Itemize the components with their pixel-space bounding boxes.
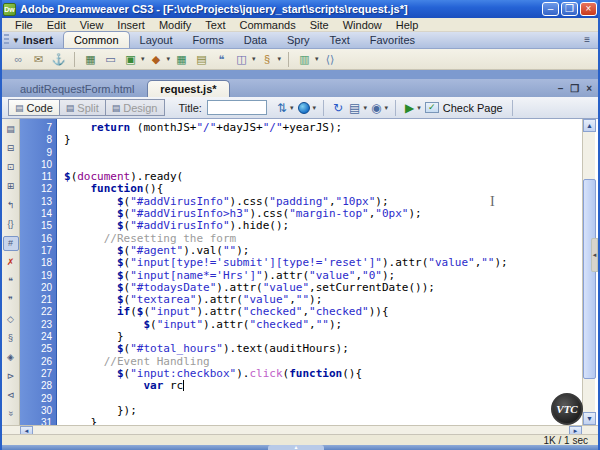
open-documents-icon[interactable]: ▤ [3, 122, 19, 137]
table-icon[interactable]: ▦ [82, 51, 99, 68]
code-token: "value" [243, 293, 289, 306]
menu-site[interactable]: Site [303, 19, 336, 31]
panel-menu-icon[interactable]: ≡ [584, 34, 590, 45]
images-dropdown-icon[interactable]: ▾ [141, 55, 145, 63]
highlight-invalid-code-icon[interactable]: ✗ [3, 255, 19, 270]
insert-div-tag-icon[interactable]: ▭ [102, 51, 119, 68]
document-tab-request-js-[interactable]: request.js* [147, 80, 229, 97]
code-line[interactable]: 7 return (monthJS+"/"+dayJS+"/"+yearJS); [20, 122, 582, 134]
file-management-icon[interactable]: ⇅ [275, 99, 289, 116]
comment-icon[interactable]: ❝ [213, 51, 230, 68]
restore-button[interactable]: ❐ [561, 2, 578, 16]
menu-window[interactable]: Window [336, 19, 389, 31]
check-page-button[interactable]: ✓ Check Page [421, 99, 507, 116]
script-icon[interactable]: § [259, 51, 276, 68]
apply-comment-icon[interactable]: ❝ [3, 274, 19, 289]
insert-tab-data[interactable]: Data [234, 32, 277, 48]
view-options-dropdown-icon[interactable]: ▾ [363, 104, 367, 112]
visual-aids-dropdown-icon[interactable]: ▾ [384, 104, 388, 112]
media-icon[interactable]: ◆ [148, 51, 165, 68]
preview-in-browser-dropdown-icon[interactable]: ▾ [313, 104, 317, 112]
outdent-code-icon[interactable]: ⊲ [3, 387, 19, 402]
date-icon[interactable]: ▦ [173, 51, 190, 68]
recent-snippets-icon[interactable]: § [3, 330, 19, 345]
close-button[interactable]: × [580, 2, 597, 16]
scroll-up-icon[interactable]: ▲ [583, 119, 596, 132]
menu-commands[interactable]: Commands [232, 19, 302, 31]
line-number: 12 [20, 183, 57, 195]
named-anchor-icon[interactable]: ⚓ [50, 51, 67, 68]
preview-in-browser-icon[interactable] [296, 99, 312, 116]
visual-aids-icon[interactable]: ◉ [369, 99, 383, 116]
document-tab-auditrequestform-html[interactable]: auditRequestForm.html [8, 81, 146, 97]
templates-dropdown-icon[interactable]: ▾ [315, 55, 319, 63]
line-number: 11 [20, 171, 57, 183]
sidebar-collapse-handle[interactable]: ◄ [591, 238, 598, 272]
code-editor[interactable]: ▤⊟⊡⊞↰{}#✗❝❞◇§◈⊳⊲» 7 return (monthJS+"/"+… [2, 119, 598, 425]
design-view-button[interactable]: ▤Design [105, 99, 165, 116]
doc-close-button[interactable]: × [586, 83, 592, 94]
insert-panel-label[interactable]: ▼ Insert [12, 34, 53, 46]
code-token [64, 305, 117, 318]
view-options-icon[interactable]: ▤ [347, 99, 362, 116]
indent-code-icon[interactable]: ⊳ [3, 368, 19, 383]
code-line[interactable]: 9 [20, 147, 582, 159]
images-icon[interactable]: ▣ [122, 51, 139, 68]
collapse-full-tag-icon[interactable]: ⊟ [3, 141, 19, 156]
code-token [64, 256, 117, 269]
email-link-icon[interactable]: ✉ [30, 51, 47, 68]
vertical-scrollbar[interactable]: ▲ ▼ [582, 119, 595, 425]
insert-tab-text[interactable]: Text [320, 32, 360, 48]
split-view-button[interactable]: ▤Split [59, 99, 106, 116]
code-token: ); [329, 318, 342, 331]
templates-icon[interactable]: ▥ [296, 51, 313, 68]
insert-tab-common[interactable]: Common [63, 31, 130, 48]
menu-insert[interactable]: Insert [110, 19, 152, 31]
horizontal-scrollbar[interactable]: ◄ ► [2, 425, 598, 434]
panel-grip[interactable] [4, 34, 9, 46]
menu-help[interactable]: Help [389, 19, 426, 31]
server-side-include-icon[interactable]: ▤ [193, 51, 210, 68]
toolbar-separator [74, 52, 75, 67]
format-source-code-icon[interactable]: » [3, 405, 18, 421]
line-number: 25 [20, 343, 57, 355]
menu-modify[interactable]: Modify [152, 19, 198, 31]
menu-view[interactable]: View [73, 19, 111, 31]
code-line[interactable]: 8} [20, 134, 582, 146]
code-text[interactable]: 7 return (monthJS+"/"+dayJS+"/"+yearJS);… [20, 122, 582, 429]
doc-restore-button[interactable]: ❐ [570, 83, 579, 94]
file-management-dropdown-icon[interactable]: ▾ [290, 104, 294, 112]
menu-file[interactable]: File [8, 19, 40, 31]
tag-chooser-icon[interactable]: ⟨⟩ [322, 51, 339, 68]
script-dropdown-icon[interactable]: ▾ [278, 55, 282, 63]
head-icon[interactable]: ◫ [233, 51, 250, 68]
insert-tab-layout[interactable]: Layout [130, 32, 183, 48]
insert-tab-favorites[interactable]: Favorites [360, 32, 425, 48]
move-or-convert-css-icon[interactable]: ◈ [3, 349, 19, 364]
expand-all-icon[interactable]: ⊞ [3, 179, 19, 194]
media-dropdown-icon[interactable]: ▾ [167, 55, 171, 63]
hyperlink-icon[interactable]: ∞ [10, 51, 27, 68]
code-view-button[interactable]: ▤Code [8, 99, 60, 116]
doc-minimize-button[interactable]: – [558, 83, 564, 94]
code-line[interactable]: 30 }); [20, 405, 582, 417]
refresh-design-view-icon[interactable]: ↻ [331, 99, 345, 116]
head-dropdown-icon[interactable]: ▾ [252, 55, 256, 63]
code-line[interactable]: 28 var rc [20, 380, 582, 392]
validate-markup-icon[interactable]: ▶ [403, 99, 416, 116]
balance-braces-icon[interactable]: {} [3, 217, 19, 232]
panel-expand-handle[interactable]: ▲ [268, 445, 324, 450]
insert-tab-spry[interactable]: Spry [277, 32, 320, 48]
menu-edit[interactable]: Edit [40, 19, 73, 31]
scroll-down-icon[interactable]: ▼ [583, 412, 596, 425]
wrap-tag-icon[interactable]: ◇ [3, 311, 19, 326]
title-input[interactable] [207, 100, 267, 115]
vertical-scroll-thumb[interactable] [583, 179, 596, 379]
line-numbers-icon[interactable]: # [3, 236, 19, 251]
select-parent-tag-icon[interactable]: ↰ [3, 198, 19, 213]
insert-tab-forms[interactable]: Forms [183, 32, 234, 48]
menu-text[interactable]: Text [198, 19, 232, 31]
collapse-selection-icon[interactable]: ⊡ [3, 160, 19, 175]
minimize-button[interactable]: – [542, 2, 559, 16]
remove-comment-icon[interactable]: ❞ [3, 292, 19, 307]
